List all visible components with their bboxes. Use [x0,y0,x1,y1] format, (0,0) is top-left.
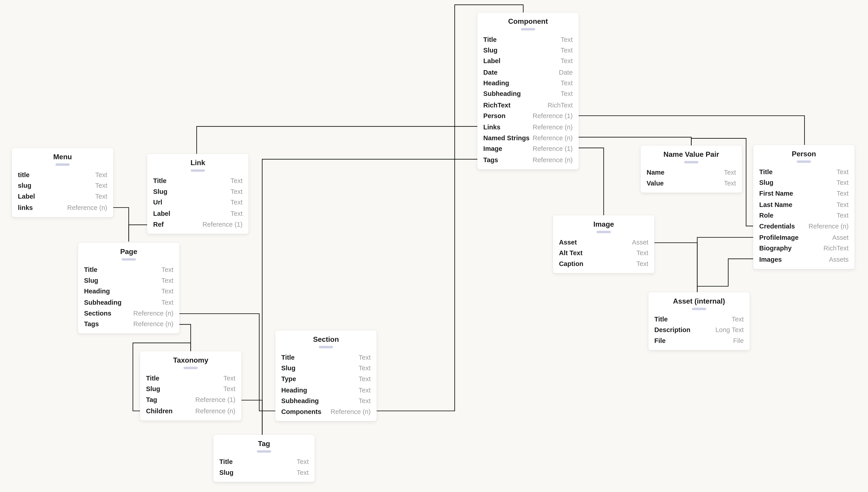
field-name: Slug [84,276,98,285]
field-row[interactable]: Named StringsReference (n) [477,133,579,144]
field-row[interactable]: SlugText [477,45,579,56]
entity-person[interactable]: PersonTitleTextSlugTextFirst NameTextLas… [753,145,854,269]
field-type: Text [359,375,371,384]
drag-handle-icon[interactable] [597,231,611,233]
field-row[interactable]: SubheadingText [477,89,579,100]
field-name: Slug [146,385,160,394]
field-name: Tags [84,320,99,329]
field-type: Text [359,386,371,395]
drag-handle-icon[interactable] [184,367,198,369]
field-row[interactable]: SubheadingText [78,297,179,308]
field-row[interactable]: CredentialsReference (n) [753,221,854,232]
field-row[interactable]: TitleText [753,167,854,177]
field-row[interactable]: HeadingText [275,385,376,396]
field-row[interactable]: TitleText [477,34,579,45]
field-row[interactable]: NameText [640,167,742,178]
field-row[interactable]: DescriptionLong Text [648,325,749,336]
field-row[interactable]: PersonReference (1) [477,111,579,122]
field-row[interactable]: TagsReference (n) [477,155,579,166]
field-name: Components [281,408,321,417]
field-name: Slug [281,364,295,373]
field-row[interactable]: linksReference (n) [12,202,113,213]
field-row[interactable]: SlugText [147,187,248,197]
entity-title: Section [275,330,376,345]
entity-image[interactable]: ImageAssetAssetAlt TextTextCaptionText [553,215,654,273]
field-row[interactable]: LinksReference (n) [477,122,579,132]
drag-handle-icon[interactable] [797,161,811,163]
entity-component[interactable]: ComponentTitleTextSlugTextLabelTextDateD… [477,13,579,169]
field-row[interactable]: SlugText [140,384,241,394]
field-row[interactable]: TitleText [648,314,749,325]
entity-section[interactable]: SectionTitleTextSlugTextTypeTextHeadingT… [275,330,376,421]
field-row[interactable]: ImageReference (1) [477,144,579,154]
field-row[interactable]: First NameText [753,189,854,199]
entity-page[interactable]: PageTitleTextSlugTextHeadingTextSubheadi… [78,243,179,334]
field-row[interactable]: Last NameText [753,199,854,210]
field-row[interactable]: slugText [12,180,113,191]
field-row[interactable]: HeadingText [477,78,579,89]
field-row[interactable]: FileFile [648,336,749,347]
field-row[interactable]: TitleText [213,456,315,467]
field-row[interactable]: CaptionText [553,259,654,270]
field-type: Text [359,353,371,362]
diagram-canvas[interactable]: MenutitleTextslugTextLabelTextlinksRefer… [0,0,867,492]
field-row[interactable]: TagReference (1) [140,395,241,405]
field-row[interactable]: SlugText [275,363,376,374]
field-row[interactable]: RoleText [753,210,854,221]
field-row[interactable]: ImagesAssets [753,254,854,265]
edge-person-profileimage-asset [698,237,754,292]
field-row[interactable]: SlugText [213,467,315,478]
field-row[interactable]: HeadingText [78,286,179,297]
field-type: Reference (1) [532,145,573,154]
field-row[interactable]: TagsReference (n) [78,319,179,330]
entity-title: Link [147,154,248,168]
field-row[interactable]: TitleText [275,352,376,363]
field-row[interactable]: UrlText [147,197,248,208]
field-row[interactable]: RichTextRichText [477,100,579,110]
field-row[interactable]: ChildrenReference (n) [140,405,241,416]
drag-handle-icon[interactable] [122,258,136,261]
drag-handle-icon[interactable] [684,161,699,164]
field-row[interactable]: TitleText [140,373,241,384]
field-name: Caption [559,260,583,269]
field-row[interactable]: LabelText [12,191,113,202]
drag-handle-icon[interactable] [692,308,706,310]
entity-nvp[interactable]: Name Value PairNameTextValueText [640,145,742,193]
field-type: Text [161,298,174,307]
field-name: Subheading [84,298,122,307]
entity-tag[interactable]: TagTitleTextSlugText [213,435,315,482]
field-row[interactable]: BiographyRichText [753,243,854,254]
entity-asset[interactable]: Asset (internal)TitleTextDescriptionLong… [648,292,749,350]
field-row[interactable]: LabelText [147,208,248,219]
field-row[interactable]: DateDate [477,67,579,78]
field-row[interactable]: SectionsReference (n) [78,308,179,319]
field-row[interactable]: ComponentsReference (n) [275,407,376,418]
field-row[interactable]: AssetAsset [553,237,654,248]
drag-handle-icon[interactable] [55,163,70,166]
drag-handle-icon[interactable] [521,28,535,30]
field-row[interactable]: RefReference (1) [147,219,248,230]
field-row[interactable]: TitleText [147,175,248,186]
field-type: Long Text [715,325,744,335]
entity-menu[interactable]: MenutitleTextslugTextLabelTextlinksRefer… [12,148,113,217]
entity-taxonomy[interactable]: TaxonomyTitleTextSlugTextTagReference (1… [140,351,241,420]
field-row[interactable]: SlugText [78,275,179,286]
entity-link[interactable]: LinkTitleTextSlugTextUrlTextLabelTextRef… [147,154,248,234]
field-row[interactable]: TitleText [78,264,179,275]
drag-handle-icon[interactable] [257,450,271,453]
field-row[interactable]: SlugText [753,177,854,188]
field-row[interactable]: Alt TextText [553,248,654,259]
field-row[interactable]: TypeText [275,374,376,385]
field-row[interactable]: SubheadingText [275,396,376,407]
field-name: Type [281,375,296,384]
entity-title: Menu [12,148,113,162]
drag-handle-icon[interactable] [191,169,205,172]
field-type: Text [560,57,573,66]
field-row[interactable]: titleText [12,169,113,180]
field-row[interactable]: ValueText [640,178,742,189]
field-row[interactable]: ProfileImageAsset [753,232,854,243]
drag-handle-icon[interactable] [319,346,333,348]
field-type: Text [231,198,242,207]
field-name: Alt Text [559,249,582,258]
field-row[interactable]: LabelText [477,56,579,67]
